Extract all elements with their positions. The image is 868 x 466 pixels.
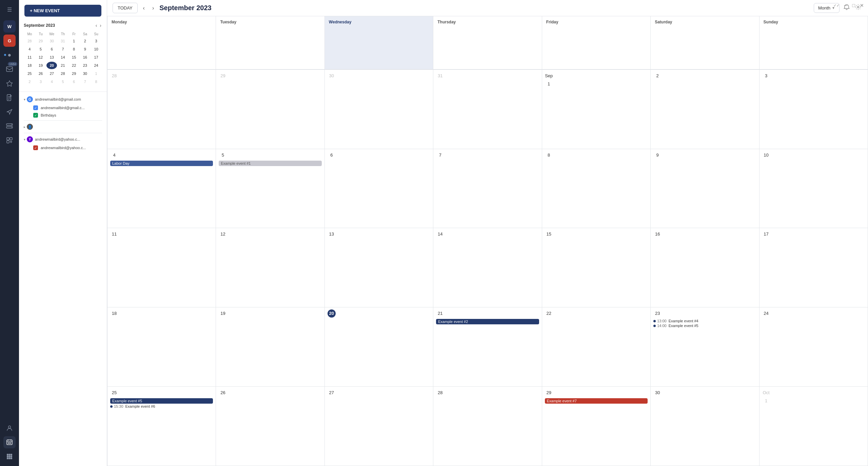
- calendar-sub-row-0-1[interactable]: ✓Birthdays: [19, 112, 107, 119]
- calendar-cell[interactable]: 30: [325, 70, 433, 149]
- close-button[interactable]: ✕: [860, 3, 864, 8]
- mini-cal-day[interactable]: 4: [24, 45, 35, 53]
- calendar-cell[interactable]: 22: [542, 307, 651, 387]
- calendar-cell[interactable]: 12: [216, 228, 324, 307]
- add-app-icon[interactable]: [3, 134, 16, 146]
- calendar-cell[interactable]: 7: [433, 149, 542, 228]
- profile-bottom-icon[interactable]: [3, 422, 16, 434]
- mini-cal-day[interactable]: 31: [58, 37, 68, 45]
- mini-cal-day[interactable]: 12: [36, 54, 46, 61]
- mini-cal-day[interactable]: 30: [80, 70, 91, 77]
- mini-cal-day[interactable]: 19: [36, 62, 46, 69]
- calendar-event[interactable]: Labor Day: [110, 161, 213, 166]
- mini-cal-day[interactable]: 21: [58, 62, 68, 69]
- calendar-cell[interactable]: 18: [107, 307, 216, 387]
- calendar-event[interactable]: Example event #7: [545, 398, 648, 404]
- mini-cal-day[interactable]: 7: [58, 45, 68, 53]
- mini-cal-day[interactable]: 11: [24, 54, 35, 61]
- mini-cal-day[interactable]: 23: [80, 62, 91, 69]
- maximize-button[interactable]: □: [852, 3, 855, 8]
- calendar-cell[interactable]: 27: [325, 387, 433, 466]
- hamburger-icon[interactable]: ☰: [3, 3, 16, 16]
- minimize-button[interactable]: ─: [844, 3, 848, 8]
- account-row-0[interactable]: ▾Gandrewmailbird@gmail.com: [19, 95, 107, 104]
- calendar-cell[interactable]: 8: [542, 149, 651, 228]
- mini-cal-day[interactable]: 29: [36, 37, 46, 45]
- today-button[interactable]: TODAY: [113, 3, 138, 13]
- calendar-cell[interactable]: 14: [433, 228, 542, 307]
- app-g-icon[interactable]: G: [3, 35, 16, 47]
- mini-cal-day[interactable]: 10: [91, 45, 101, 53]
- calendar-cell[interactable]: 13: [325, 228, 433, 307]
- calendar-event-dot[interactable]: 13:00Example event #4: [653, 319, 756, 323]
- mini-cal-day[interactable]: 1: [91, 70, 101, 77]
- calendar-event[interactable]: Example event #2: [436, 319, 539, 324]
- documents-icon[interactable]: [3, 92, 16, 104]
- mini-cal-day[interactable]: 4: [46, 78, 57, 85]
- calendar-checkbox[interactable]: ✓: [33, 145, 38, 150]
- mini-cal-day[interactable]: 3: [91, 37, 101, 45]
- mini-cal-day[interactable]: 13: [46, 54, 57, 61]
- storage-icon[interactable]: [3, 120, 16, 132]
- calendar-cell[interactable]: 26: [216, 387, 324, 466]
- mini-cal-day[interactable]: 17: [91, 54, 101, 61]
- mini-cal-day[interactable]: 6: [46, 45, 57, 53]
- calendar-cell[interactable]: 29: [216, 70, 324, 149]
- calendar-sub-row-0-0[interactable]: ✓andrewmailbird@gmail.c...: [19, 104, 107, 112]
- calendar-cell[interactable]: 9: [651, 149, 759, 228]
- calendar-sub-row-2-0[interactable]: ✓andrewmailbird@yahoo.c...: [19, 144, 107, 151]
- mini-cal-day[interactable]: 27: [46, 70, 57, 77]
- calendar-cell[interactable]: 19: [216, 307, 324, 387]
- mini-cal-day[interactable]: 25: [24, 70, 35, 77]
- mini-cal-day[interactable]: 28: [58, 70, 68, 77]
- checkmark-icon[interactable]: ✓✓: [833, 3, 840, 8]
- mini-cal-day[interactable]: 8: [69, 45, 79, 53]
- calendar-cell[interactable]: 28: [433, 387, 542, 466]
- mini-cal-day[interactable]: 7: [80, 78, 91, 85]
- prev-month-button[interactable]: ‹: [141, 4, 147, 13]
- apps-grid-icon[interactable]: [3, 450, 16, 463]
- calendar-event[interactable]: Example event #1: [219, 161, 321, 166]
- mail-icon[interactable]: 1684: [3, 63, 16, 75]
- mini-cal-day[interactable]: 24: [91, 62, 101, 69]
- mini-cal-day[interactable]: 26: [36, 70, 46, 77]
- calendar-cell[interactable]: 29Example event #7: [542, 387, 651, 466]
- calendar-cell[interactable]: 2313:00Example event #414:00Example even…: [651, 307, 759, 387]
- mini-cal-day[interactable]: 8: [91, 78, 101, 85]
- mini-cal-day[interactable]: 5: [36, 45, 46, 53]
- calendar-cell[interactable]: 30: [651, 387, 759, 466]
- calendar-cell[interactable]: Oct 1: [760, 387, 868, 466]
- user-profile-icon[interactable]: ●: [3, 49, 16, 61]
- mini-cal-day[interactable]: 14: [58, 54, 68, 61]
- account-row-1[interactable]: ▸👤: [19, 122, 107, 131]
- new-event-button[interactable]: + NEW EVENT: [24, 5, 101, 17]
- mini-cal-prev[interactable]: ‹: [95, 23, 98, 28]
- mini-cal-day[interactable]: 2: [80, 37, 91, 45]
- calendar-event-dot[interactable]: 15:30Example event #6: [110, 404, 213, 408]
- mini-cal-next[interactable]: ›: [99, 23, 102, 28]
- app-w-icon[interactable]: W: [3, 20, 16, 33]
- calendar-cell[interactable]: 16: [651, 228, 759, 307]
- mini-cal-day[interactable]: 16: [80, 54, 91, 61]
- calendar-cell[interactable]: 24: [760, 307, 868, 387]
- calendar-cell[interactable]: 15: [542, 228, 651, 307]
- calendar-cell[interactable]: 20: [325, 307, 433, 387]
- calendar-cell[interactable]: 21Example event #2: [433, 307, 542, 387]
- account-row-2[interactable]: ▾Yandrewmailbird@yahoo.c...: [19, 135, 107, 144]
- calendar-cell[interactable]: 17: [760, 228, 868, 307]
- mini-cal-day[interactable]: 28: [24, 37, 35, 45]
- calendar-event[interactable]: Example event #5: [110, 398, 213, 404]
- mini-cal-day[interactable]: 1: [69, 37, 79, 45]
- calendar-cell[interactable]: 2: [651, 70, 759, 149]
- mini-cal-day[interactable]: 20: [46, 62, 57, 69]
- mini-cal-day[interactable]: 29: [69, 70, 79, 77]
- next-month-button[interactable]: ›: [150, 4, 156, 13]
- mini-cal-day[interactable]: 18: [24, 62, 35, 69]
- calendar-cell[interactable]: 28: [107, 70, 216, 149]
- calendar-cell[interactable]: 5Example event #1: [216, 149, 324, 228]
- calendar-cell[interactable]: 10: [760, 149, 868, 228]
- mini-cal-day[interactable]: 30: [46, 37, 57, 45]
- send-icon[interactable]: [3, 106, 16, 118]
- calendar-cell[interactable]: 6: [325, 149, 433, 228]
- calendar-cell[interactable]: 25Example event #515:30Example event #6: [107, 387, 216, 466]
